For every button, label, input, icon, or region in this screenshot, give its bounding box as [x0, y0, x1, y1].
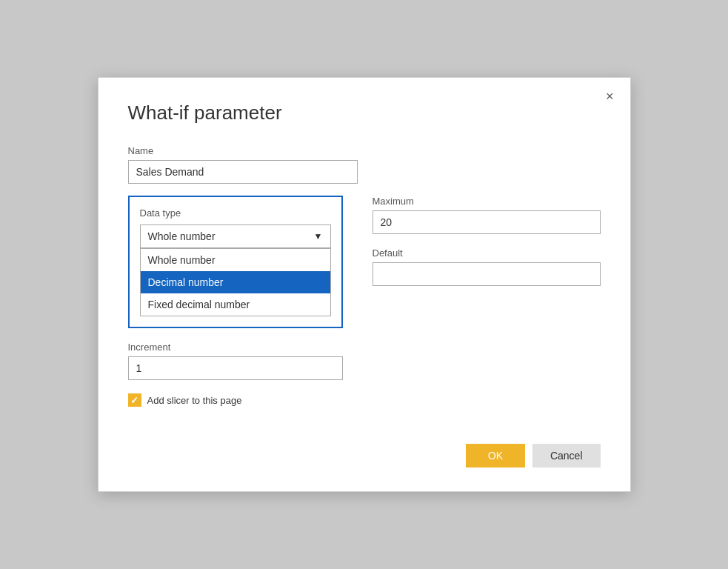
- maximum-input[interactable]: [373, 210, 601, 234]
- left-column: Data type Whole number ▼ Whole number De…: [128, 196, 343, 429]
- increment-section: Increment: [128, 342, 343, 380]
- checkmark-icon: ✓: [130, 396, 138, 405]
- dialog-title: What-if parameter: [128, 102, 601, 124]
- default-input[interactable]: [373, 262, 601, 286]
- name-input[interactable]: [128, 160, 358, 184]
- increment-input[interactable]: [128, 356, 343, 380]
- close-button[interactable]: ×: [601, 88, 618, 104]
- slicer-checkbox-label: Add slicer to this page: [147, 395, 242, 406]
- right-column: Maximum Default: [373, 196, 601, 429]
- dialog-footer: OK Cancel: [128, 444, 601, 467]
- name-label: Name: [128, 145, 601, 156]
- slicer-checkbox-row: ✓ Add slicer to this page: [128, 393, 343, 407]
- name-field-row: Name: [128, 145, 601, 184]
- data-type-dropdown[interactable]: Whole number ▼: [140, 224, 331, 248]
- slicer-checkbox[interactable]: ✓: [128, 393, 141, 407]
- dropdown-options-list: Whole number Decimal number Fixed decima…: [140, 248, 331, 316]
- chevron-down-icon: ▼: [314, 231, 323, 242]
- close-icon: ×: [606, 89, 614, 104]
- option-whole-number[interactable]: Whole number: [141, 249, 330, 271]
- option-fixed-decimal[interactable]: Fixed decimal number: [141, 293, 330, 316]
- backdrop: × What-if parameter Name Data type Whole…: [0, 0, 728, 569]
- default-label: Default: [373, 247, 601, 259]
- increment-label: Increment: [128, 342, 343, 353]
- main-form-area: Data type Whole number ▼ Whole number De…: [128, 196, 601, 429]
- ok-button[interactable]: OK: [466, 444, 525, 467]
- default-section: Default: [373, 247, 601, 286]
- maximum-label: Maximum: [373, 196, 601, 207]
- maximum-section: Maximum: [373, 196, 601, 234]
- dropdown-selected-label: Whole number: [148, 230, 216, 242]
- cancel-button[interactable]: Cancel: [532, 444, 601, 467]
- data-type-section: Data type Whole number ▼ Whole number De…: [128, 196, 343, 328]
- dialog: × What-if parameter Name Data type Whole…: [98, 77, 631, 492]
- data-type-label: Data type: [140, 207, 331, 219]
- option-decimal-number[interactable]: Decimal number: [141, 271, 330, 293]
